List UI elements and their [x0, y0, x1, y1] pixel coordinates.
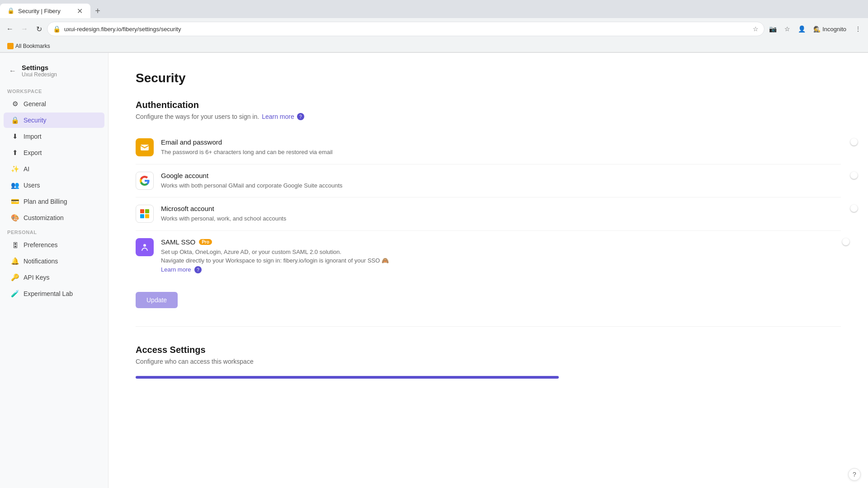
main-content: Security Authentication Configure the wa…: [108, 53, 868, 488]
workspace-subtitle: Uxui Redesign: [22, 71, 57, 78]
browser-tabs: 🔒 Security | Fibery ✕ +: [0, 0, 868, 18]
auth-item-microsoft: Microsoft account Works with personal, w…: [136, 197, 841, 231]
sidebar-back-button[interactable]: ←: [7, 66, 18, 76]
saml-auth-desc: Set up Okta, OneLogin, Azure AD, or your…: [161, 248, 834, 274]
api-keys-label: API Keys: [24, 274, 50, 281]
auth-section-title: Authentication: [136, 100, 841, 110]
saml-learn-more-link[interactable]: Learn more: [161, 266, 191, 273]
email-auth-info: Email and password The password is 6+ ch…: [161, 138, 834, 157]
back-button[interactable]: ←: [4, 23, 16, 35]
google-auth-info: Google account Works with both personal …: [161, 172, 834, 190]
sidebar-item-experimental-lab[interactable]: 🧪 Experimental Lab: [4, 286, 104, 301]
address-bar: 🔒 ☆: [47, 22, 764, 36]
new-tab-button[interactable]: +: [90, 4, 105, 18]
preferences-label: Preferences: [24, 241, 57, 249]
bookmarks-bar: All Bookmarks: [0, 40, 868, 52]
url-input[interactable]: [64, 26, 749, 33]
browser-profile-icon[interactable]: 👤: [795, 23, 808, 35]
customization-label: Customization: [24, 214, 64, 221]
incognito-label: Incognito: [822, 26, 846, 33]
bookmarks-bar-item[interactable]: All Bookmarks: [4, 42, 54, 50]
google-auth-name: Google account: [161, 172, 834, 179]
sidebar-item-security[interactable]: 🔒 Security: [4, 113, 104, 128]
settings-title: Settings: [22, 64, 57, 71]
app: ← Settings Uxui Redesign WORKSPACE ⚙ Gen…: [0, 53, 868, 488]
saml-auth-icon: [136, 238, 154, 256]
access-settings-section: Access Settings Configure who can access…: [136, 345, 841, 379]
experimental-label: Experimental Lab: [24, 290, 73, 297]
auth-item-email: Email and password The password is 6+ ch…: [136, 131, 841, 164]
auth-learn-more-link[interactable]: Learn more: [262, 113, 294, 120]
tab-favicon: 🔒: [7, 7, 14, 14]
microsoft-auth-info: Microsoft account Works with personal, w…: [161, 205, 834, 223]
ms-blue: [140, 214, 144, 218]
sidebar-item-general[interactable]: ⚙ General: [4, 96, 104, 112]
section-divider: [136, 326, 841, 327]
general-icon: ⚙: [11, 100, 19, 108]
access-progress-bar: [136, 376, 559, 379]
billing-label: Plan and Billing: [24, 198, 67, 205]
sidebar-item-users[interactable]: 👥 Users: [4, 178, 104, 193]
auth-item-google: Google account Works with both personal …: [136, 164, 841, 198]
sidebar-item-plan-billing[interactable]: 💳 Plan and Billing: [4, 194, 104, 209]
sidebar-item-api-keys[interactable]: 🔑 API Keys: [4, 270, 104, 285]
bookmarks-label: All Bookmarks: [15, 43, 50, 49]
sidebar-header: ← Settings Uxui Redesign: [0, 60, 108, 85]
email-auth-desc: The password is 6+ characters long and c…: [161, 148, 834, 157]
google-svg: [139, 175, 150, 186]
microsoft-auth-desc: Works with personal, work, and school ac…: [161, 214, 834, 223]
page-title: Security: [136, 71, 841, 85]
screenshot-icon[interactable]: 📷: [766, 23, 779, 35]
forward-button[interactable]: →: [18, 23, 31, 35]
auth-section-desc: Configure the ways for your users to sig…: [136, 113, 841, 120]
sidebar-item-import[interactable]: ⬇ Import: [4, 129, 104, 144]
bookmark-star-icon[interactable]: ☆: [781, 23, 793, 35]
security-label: Security: [24, 117, 47, 124]
reload-button[interactable]: ↻: [33, 23, 45, 35]
sidebar-item-ai[interactable]: ✨ AI: [4, 161, 104, 177]
incognito-icon: 🕵: [813, 26, 821, 33]
preferences-icon: 🎛: [11, 241, 19, 249]
security-icon: 🔒: [11, 116, 19, 124]
browser-chrome: 🔒 Security | Fibery ✕ + ← → ↻ 🔒 ☆ 📷 ☆ 👤 …: [0, 0, 868, 53]
incognito-button[interactable]: 🕵 Incognito: [810, 24, 850, 34]
billing-icon: 💳: [11, 197, 19, 206]
browser-toolbar: ← → ↻ 🔒 ☆ 📷 ☆ 👤 🕵 Incognito ⋮: [0, 18, 868, 40]
import-label: Import: [24, 133, 42, 140]
users-label: Users: [24, 182, 40, 189]
import-icon: ⬇: [11, 132, 19, 141]
saml-info-icon[interactable]: ?: [194, 266, 202, 273]
help-button[interactable]: ?: [848, 468, 861, 481]
auth-desc-text: Configure the ways for your users to sig…: [136, 113, 259, 120]
tab-close-button[interactable]: ✕: [76, 7, 83, 14]
export-icon: ⬆: [11, 149, 19, 157]
sidebar-item-notifications[interactable]: 🔔 Notifications: [4, 253, 104, 269]
access-section-title: Access Settings: [136, 345, 841, 355]
star-icon[interactable]: ☆: [753, 25, 759, 33]
auth-item-saml: SAML SSO Pro Set up Okta, OneLogin, Azur…: [136, 231, 841, 282]
sidebar-item-preferences[interactable]: 🎛 Preferences: [4, 237, 104, 253]
email-auth-icon: [136, 138, 154, 156]
api-keys-icon: 🔑: [11, 273, 19, 282]
general-label: General: [24, 100, 46, 108]
access-section-desc: Configure who can access this workspace: [136, 358, 841, 365]
google-auth-desc: Works with both personal GMail and corpo…: [161, 181, 834, 190]
toolbar-actions: 📷 ☆ 👤 🕵 Incognito ⋮: [766, 23, 864, 35]
auth-info-icon[interactable]: ?: [297, 113, 304, 120]
export-label: Export: [24, 149, 42, 156]
svg-point-1: [143, 244, 146, 247]
experimental-icon: 🧪: [11, 290, 19, 298]
saml-auth-name: SAML SSO Pro: [161, 238, 834, 246]
tab-title: Security | Fibery: [18, 8, 72, 14]
ms-green: [145, 209, 149, 213]
saml-svg: [139, 242, 150, 253]
notifications-icon: 🔔: [11, 257, 19, 265]
update-button[interactable]: Update: [136, 292, 178, 308]
extensions-button[interactable]: ⋮: [852, 23, 864, 35]
lock-icon: 🔒: [53, 25, 61, 33]
sidebar-item-customization[interactable]: 🎨 Customization: [4, 210, 104, 225]
ms-red: [140, 209, 144, 213]
sidebar: ← Settings Uxui Redesign WORKSPACE ⚙ Gen…: [0, 53, 108, 488]
sidebar-item-export[interactable]: ⬆ Export: [4, 145, 104, 160]
saml-auth-info: SAML SSO Pro Set up Okta, OneLogin, Azur…: [161, 238, 834, 274]
